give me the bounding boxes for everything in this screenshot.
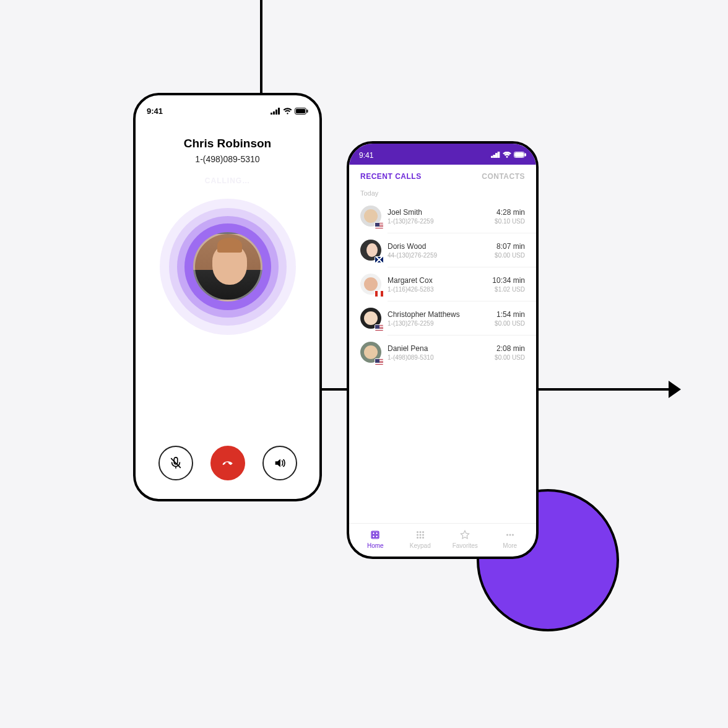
- recent-rows: Joel Smith1-(130)276-2259 4:28 min$0.10 …: [349, 199, 536, 523]
- svg-rect-13: [515, 153, 524, 157]
- arrow-right-icon: [669, 381, 681, 398]
- row-name: Joel Smith: [388, 208, 488, 217]
- svg-point-31: [512, 534, 514, 536]
- avatar: [360, 342, 381, 363]
- row-number: 1-(130)276-2259: [388, 320, 488, 327]
- more-icon: [488, 529, 533, 541]
- svg-rect-9: [493, 155, 495, 158]
- svg-point-29: [506, 534, 508, 536]
- phone-calling: 9:41 Chris Robinson 1-(498)089-5310 CALL…: [133, 93, 322, 501]
- status-bar: 9:41: [349, 144, 536, 165]
- svg-rect-2: [275, 110, 277, 115]
- segmented-tabs: RECENT CALLS CONTACTS: [349, 165, 536, 186]
- svg-point-27: [419, 537, 421, 539]
- svg-point-26: [417, 537, 418, 539]
- svg-point-25: [422, 534, 424, 536]
- tab-bar: Home Keypad Favorites More: [349, 523, 536, 557]
- status-bar: 9:41: [147, 106, 308, 116]
- phone-hangup-icon: [221, 456, 235, 470]
- flag-ca-icon: [375, 290, 384, 297]
- tab-contacts[interactable]: CONTACTS: [482, 172, 525, 181]
- row-name: Margaret Cox: [388, 276, 486, 285]
- avatar-pulse: [160, 199, 296, 335]
- row-number: 1-(130)276-2259: [388, 218, 488, 225]
- svg-point-22: [422, 531, 424, 533]
- row-duration: 10:34 min: [492, 276, 525, 285]
- svg-rect-10: [496, 154, 498, 158]
- signal-icon: [491, 151, 500, 160]
- callee-number: 1-(498)089-5310: [147, 154, 308, 164]
- tabbar-keypad[interactable]: Keypad: [398, 529, 443, 549]
- battery-icon: [514, 151, 526, 160]
- row-number: 1-(116)426-5283: [388, 286, 486, 293]
- call-row[interactable]: Daniel Pena1-(498)089-5310 2:08 min$0.00…: [349, 336, 536, 369]
- home-icon: [353, 529, 398, 541]
- tab-recent-calls[interactable]: RECENT CALLS: [360, 172, 422, 181]
- svg-point-28: [422, 537, 424, 539]
- tabbar-favorites[interactable]: Favorites: [443, 529, 488, 549]
- tabbar-keypad-label: Keypad: [410, 542, 431, 549]
- svg-rect-0: [271, 113, 272, 115]
- row-name: Daniel Pena: [388, 344, 488, 353]
- status-time: 9:41: [147, 106, 163, 116]
- row-number: 1-(498)089-5310: [388, 354, 488, 361]
- wifi-icon: [283, 108, 292, 115]
- tabbar-favorites-label: Favorites: [453, 542, 478, 549]
- svg-rect-14: [525, 154, 526, 157]
- status-time: 9:41: [359, 151, 373, 160]
- svg-rect-6: [307, 110, 308, 113]
- avatar: [360, 308, 381, 329]
- row-duration: 4:28 min: [495, 208, 525, 217]
- wifi-icon: [503, 151, 511, 160]
- row-cost: $0.10 USD: [495, 218, 525, 225]
- keypad-icon: [398, 529, 443, 541]
- battery-icon: [295, 108, 308, 115]
- call-row[interactable]: Doris Wood44-(130)276-2259 8:07 min$0.00…: [349, 233, 536, 267]
- call-row[interactable]: Christopher Matthews1-(130)276-2259 1:54…: [349, 301, 536, 335]
- svg-rect-11: [498, 152, 500, 158]
- signal-icon: [271, 108, 280, 115]
- svg-rect-18: [373, 535, 375, 538]
- row-duration: 8:07 min: [495, 242, 525, 251]
- tabbar-more-label: More: [503, 542, 517, 549]
- call-status: CALLING…: [147, 176, 308, 185]
- end-call-button[interactable]: [210, 446, 245, 480]
- mute-button[interactable]: [158, 446, 193, 480]
- star-icon: [443, 529, 488, 541]
- svg-point-21: [419, 531, 421, 533]
- row-name: Christopher Matthews: [388, 310, 488, 319]
- svg-point-23: [417, 534, 418, 536]
- svg-rect-19: [376, 535, 378, 538]
- row-name: Doris Wood: [388, 242, 488, 251]
- call-row[interactable]: Margaret Cox1-(116)426-5283 10:34 min$1.…: [349, 267, 536, 301]
- call-row[interactable]: Joel Smith1-(130)276-2259 4:28 min$0.10 …: [349, 199, 536, 233]
- svg-point-24: [419, 534, 421, 536]
- row-cost: $0.00 USD: [495, 252, 525, 259]
- row-cost: $0.00 USD: [495, 354, 525, 361]
- tabbar-more[interactable]: More: [488, 529, 533, 549]
- svg-rect-17: [376, 532, 378, 535]
- avatar: [360, 240, 381, 261]
- speaker-button[interactable]: [262, 446, 297, 480]
- avatar: [360, 206, 381, 227]
- section-today: Today: [349, 186, 536, 199]
- row-number: 44-(130)276-2259: [388, 252, 488, 259]
- svg-rect-8: [491, 156, 493, 158]
- row-duration: 1:54 min: [495, 310, 525, 319]
- call-actions: [147, 446, 308, 485]
- decorative-line-top: [260, 0, 262, 99]
- flag-us-icon: [375, 324, 384, 331]
- callee-name: Chris Robinson: [147, 137, 308, 150]
- avatar: [360, 274, 381, 295]
- tabbar-home-label: Home: [367, 542, 384, 549]
- row-cost: $1.02 USD: [492, 286, 525, 293]
- svg-rect-1: [273, 111, 275, 115]
- flag-us-icon: [375, 358, 384, 365]
- row-cost: $0.00 USD: [495, 320, 525, 327]
- svg-rect-5: [296, 109, 305, 113]
- tabbar-home[interactable]: Home: [353, 529, 398, 549]
- flag-uk-icon: [375, 256, 384, 263]
- speaker-icon: [273, 456, 287, 470]
- row-duration: 2:08 min: [495, 344, 525, 353]
- mic-off-icon: [169, 456, 183, 470]
